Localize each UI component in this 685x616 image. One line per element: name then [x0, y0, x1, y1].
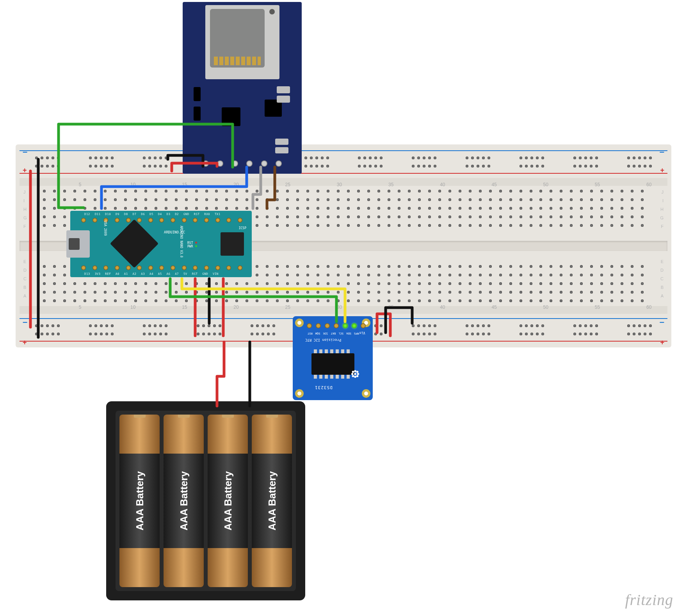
- microsd-slot: [205, 5, 279, 79]
- rtc-ds3231-module: MPS SDA SCL BAT 32K SQW RST Precision I2…: [293, 316, 373, 400]
- microsd-card-icon: [210, 9, 265, 68]
- sd-module-header-pins: [198, 160, 286, 167]
- svg-point-8: [356, 375, 359, 377]
- svg-point-5: [352, 371, 354, 373]
- battery-holder-4aaa: AAA BatteryAAA BatteryAAA BatteryAAA Bat…: [106, 401, 305, 600]
- atmega-chip-icon: [110, 219, 158, 268]
- aaa-battery-cell: AAA Battery: [164, 415, 204, 587]
- breadboard-top-power-rail: [20, 148, 667, 176]
- aaa-battery-cell: AAA Battery: [208, 415, 248, 587]
- svg-point-3: [351, 373, 354, 375]
- icsp-header-icon: [221, 232, 244, 256]
- aaa-battery-cell: AAA Battery: [119, 415, 160, 587]
- nano-top-pin-labels: D12 D11 D10 D9 D8 D7 D6 D5 D4 D3 D2 GND …: [84, 212, 221, 216]
- arduino-nano: D12 D11 D10 D9 D8 D7 D6 D5 D4 D3 D2 GND …: [70, 211, 252, 277]
- svg-point-0: [354, 373, 356, 375]
- nano-bottom-pin-labels: D13 3V3 REF A0 A1 A2 A3 A4 A5 A6 A7 5V R…: [84, 272, 219, 276]
- fritzing-watermark: fritzing: [625, 591, 673, 609]
- arduino-model-text: ARDUINO NANO V3.0: [180, 226, 183, 258]
- svg-point-1: [354, 370, 356, 372]
- svg-point-4: [357, 373, 359, 375]
- top-plus-row: [20, 165, 667, 167]
- rtc-header-pins: [307, 323, 366, 328]
- svg-point-6: [356, 371, 359, 373]
- aaa-battery-cell: AAA Battery: [252, 415, 292, 587]
- mini-usb-port-icon: [66, 230, 90, 258]
- rtc-chip-label: DS3231: [315, 385, 333, 390]
- svg-point-7: [352, 375, 354, 377]
- ds3231-chip-icon: [311, 353, 354, 375]
- adafruit-flower-icon: [351, 370, 359, 378]
- svg-point-2: [354, 376, 356, 378]
- fritzing-breadboard-diagram: – + – + – + – + JJ II HH GG FF EE DD CC …: [0, 0, 685, 616]
- sd-card-module: [183, 2, 302, 174]
- top-minus-row: [20, 157, 667, 159]
